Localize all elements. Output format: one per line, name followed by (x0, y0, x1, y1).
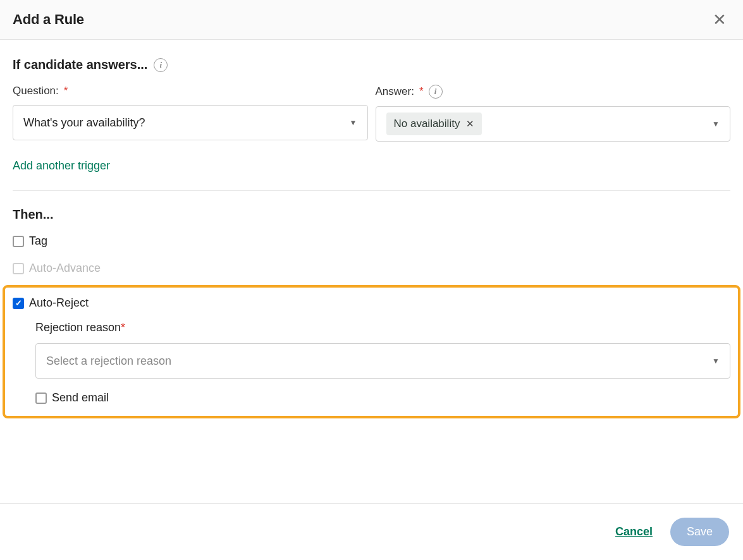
cancel-button[interactable]: Cancel (615, 525, 653, 539)
required-marker: * (121, 321, 125, 334)
chevron-down-icon: ▼ (712, 356, 720, 365)
question-select-value: What's your availability? (23, 116, 145, 130)
modal-header: Add a Rule ✕ (0, 0, 743, 40)
divider (13, 190, 730, 191)
question-select[interactable]: What's your availability? ▼ (13, 105, 368, 140)
tag-checkbox[interactable] (13, 236, 24, 247)
required-marker: * (64, 85, 68, 97)
auto-reject-subsection: Rejection reason* Select a rejection rea… (13, 319, 730, 405)
rejection-reason-select[interactable]: Select a rejection reason ▼ (35, 343, 730, 379)
question-label-text: Question: (13, 85, 59, 97)
question-label: Question: * (13, 85, 368, 97)
tag-option: Tag (13, 234, 730, 248)
info-icon[interactable]: i (429, 85, 443, 99)
remove-chip-icon[interactable]: ✕ (466, 118, 474, 130)
auto-reject-label: Auto-Reject (29, 296, 89, 310)
answer-chip: No availability ✕ (386, 113, 482, 135)
rejection-reason-label: Rejection reason* (35, 321, 730, 334)
modal-body: If candidate answers... i Question: * Wh… (0, 40, 743, 425)
chevron-down-icon: ▼ (712, 119, 720, 128)
then-heading-text: Then... (13, 207, 53, 222)
answer-label: Answer: * i (376, 85, 731, 99)
auto-reject-checkbox[interactable]: ✓ (13, 298, 24, 309)
then-section-heading: Then... (13, 207, 730, 222)
auto-reject-option: ✓ Auto-Reject (13, 296, 730, 310)
modal-title: Add a Rule (13, 11, 84, 28)
info-icon[interactable]: i (154, 58, 168, 72)
auto-advance-checkbox (13, 263, 24, 274)
add-rule-modal: Add a Rule ✕ If candidate answers... i Q… (0, 0, 743, 560)
answer-chip-label: No availability (394, 118, 460, 130)
required-marker: * (419, 85, 424, 98)
send-email-checkbox[interactable] (35, 393, 47, 404)
answer-field: Answer: * i No availability ✕ ▼ (376, 85, 731, 142)
send-email-option: Send email (35, 391, 730, 405)
modal-footer: Cancel Save (0, 503, 743, 560)
answer-select[interactable]: No availability ✕ ▼ (376, 106, 731, 142)
trigger-row: Question: * What's your availability? ▼ … (13, 85, 730, 142)
answer-label-text: Answer: (376, 85, 414, 98)
question-field: Question: * What's your availability? ▼ (13, 85, 368, 142)
auto-advance-option: Auto-Advance (13, 262, 730, 275)
send-email-label: Send email (52, 391, 109, 405)
rejection-reason-label-text: Rejection reason (35, 321, 121, 334)
save-button[interactable]: Save (670, 518, 729, 546)
add-another-trigger-link[interactable]: Add another trigger (13, 159, 110, 173)
if-heading-text: If candidate answers... (13, 58, 147, 72)
chevron-down-icon: ▼ (350, 118, 357, 127)
if-section-heading: If candidate answers... i (13, 58, 730, 72)
auto-advance-label: Auto-Advance (29, 262, 101, 275)
auto-reject-highlight: ✓ Auto-Reject Rejection reason* Select a… (3, 285, 740, 418)
close-icon[interactable]: ✕ (710, 11, 729, 28)
rejection-reason-placeholder: Select a rejection reason (46, 355, 171, 368)
tag-label: Tag (29, 234, 47, 248)
